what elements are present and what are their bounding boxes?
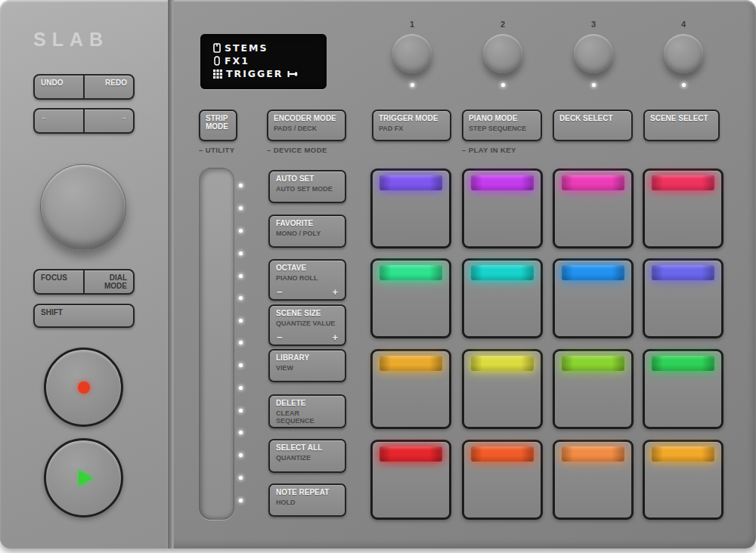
- pad-5[interactable]: [370, 258, 451, 338]
- play-button[interactable]: [44, 438, 123, 517]
- brand-logo: SLAB: [33, 29, 109, 51]
- delete-button[interactable]: DELETE CLEAR SEQUENCE: [268, 394, 346, 428]
- encoder-knob-3[interactable]: [574, 34, 613, 73]
- record-icon: [78, 382, 90, 394]
- pad-2[interactable]: [462, 168, 543, 249]
- button-title: ENCODER MODE: [274, 114, 339, 122]
- plus-label[interactable]: +: [332, 288, 338, 297]
- strip-mode-button[interactable]: STRIP MODE: [199, 110, 237, 141]
- pad-9[interactable]: [370, 349, 451, 429]
- piano-mode-button[interactable]: PIANO MODE STEP SEQUENCE: [462, 110, 542, 141]
- pad-color-strip: [471, 175, 534, 190]
- encoder-number-label: 1: [389, 20, 435, 29]
- encoder-mode-button[interactable]: ENCODER MODE PADS / DECK: [267, 110, 346, 141]
- deck-select-button[interactable]: DECK SELECT: [553, 110, 633, 141]
- pad-color-strip: [380, 265, 442, 280]
- encoder-unit-3: 3: [571, 20, 616, 87]
- encoder-unit-2: 2: [480, 20, 525, 87]
- encoder-unit-4: 4: [661, 20, 706, 87]
- pad-color-strip: [562, 446, 624, 462]
- shift-button[interactable]: SHIFT: [33, 304, 135, 328]
- button-shift-label: AUTO SET MODE: [276, 185, 339, 193]
- button-title: PIANO MODE: [469, 114, 535, 122]
- select-all-button[interactable]: SELECT ALL QUANTIZE: [268, 439, 346, 473]
- focus-button[interactable]: FOCUS: [35, 270, 83, 293]
- scene-select-button[interactable]: SCENE SELECT: [643, 110, 720, 141]
- favorite-button[interactable]: FAVORITE MONO / POLY: [268, 215, 346, 248]
- pad-color-strip: [471, 265, 534, 280]
- strip-led: [239, 252, 243, 255]
- pad-13[interactable]: [370, 440, 451, 520]
- utility-footnote-label: – UTILITY: [199, 146, 234, 154]
- pad-color-strip: [652, 175, 714, 190]
- strip-led: [239, 409, 243, 412]
- pad-color-strip: [471, 446, 534, 462]
- encoder-led-2: [501, 83, 505, 87]
- pad-4[interactable]: [643, 168, 723, 249]
- nav-right-button[interactable]: →: [83, 110, 133, 132]
- stems-icon: [213, 43, 221, 53]
- display-text-fx: FX1: [225, 55, 249, 66]
- button-title: LIBRARY: [276, 354, 339, 362]
- pad-14[interactable]: [462, 440, 543, 520]
- focus-dialmode-button-group: FOCUS DIAL MODE: [33, 269, 135, 295]
- pad-15[interactable]: [553, 440, 634, 520]
- oled-display: STEMS FX1 TRIGGER: [200, 34, 327, 89]
- encoder-knob-4[interactable]: [664, 34, 703, 73]
- encoder-number-label: 2: [480, 20, 525, 29]
- strip-led: [239, 499, 243, 502]
- pad-1[interactable]: [370, 168, 451, 249]
- encoder-knob-2[interactable]: [483, 34, 522, 73]
- pad-color-strip: [562, 265, 624, 280]
- pad-7[interactable]: [553, 258, 634, 338]
- pad-6[interactable]: [462, 258, 543, 338]
- undo-button[interactable]: UNDO: [35, 76, 83, 98]
- scene-size-button[interactable]: SCENE SIZE QUANTIZE VALUE − +: [268, 304, 346, 346]
- undo-redo-button-group: UNDO REDO: [33, 74, 135, 100]
- button-shift-label: MONO / POLY: [276, 230, 339, 237]
- button-title: DELETE: [276, 399, 339, 407]
- encoder-knob-1[interactable]: [392, 34, 432, 73]
- button-title: SELECT ALL: [276, 443, 339, 452]
- strip-led: [239, 229, 243, 233]
- touch-strip[interactable]: [199, 168, 234, 520]
- button-shift-label: QUANTIZE: [276, 454, 339, 462]
- display-line-fx: FX1: [213, 54, 327, 67]
- button-title: NOTE REPEAT: [276, 488, 339, 496]
- play-icon: [79, 470, 93, 487]
- pad-12[interactable]: [643, 349, 723, 429]
- pad-8[interactable]: [643, 258, 723, 338]
- button-shift-label: VIEW: [276, 364, 339, 372]
- pad-16[interactable]: [643, 440, 723, 520]
- display-text-stems: STEMS: [225, 42, 268, 54]
- minus-label[interactable]: −: [277, 288, 283, 297]
- nav-left-button[interactable]: ←: [35, 110, 83, 132]
- encoder-number-label: 3: [571, 20, 616, 29]
- button-title: STRIP MODE: [206, 114, 231, 131]
- browse-dial[interactable]: [40, 164, 126, 250]
- button-shift-label: CLEAR SEQUENCE: [276, 409, 339, 425]
- button-title: TRIGGER MODE: [379, 114, 445, 122]
- trigger-mode-button[interactable]: TRIGGER MODE PAD FX: [372, 110, 451, 141]
- button-title: FAVORITE: [276, 219, 339, 227]
- strip-led: [239, 341, 243, 344]
- note-repeat-button[interactable]: NOTE REPEAT HOLD: [268, 483, 346, 517]
- redo-button[interactable]: REDO: [83, 76, 133, 98]
- strip-led: [239, 431, 243, 434]
- pad-3[interactable]: [553, 168, 634, 249]
- pad-11[interactable]: [553, 349, 634, 429]
- minus-plus-row: − +: [277, 288, 338, 297]
- fx-slot-icon: [213, 56, 221, 66]
- pad-10[interactable]: [462, 349, 543, 429]
- plus-label[interactable]: +: [332, 333, 338, 342]
- octave-button[interactable]: OCTAVE PIANO ROLL − +: [268, 259, 346, 301]
- library-button[interactable]: LIBRARY VIEW: [268, 349, 346, 382]
- dial-mode-button[interactable]: DIAL MODE: [83, 270, 133, 293]
- button-shift-label: HOLD: [276, 499, 339, 506]
- auto-set-button[interactable]: AUTO SET AUTO SET MODE: [268, 170, 346, 203]
- record-button[interactable]: [44, 348, 123, 427]
- encoder-number-label: 4: [661, 20, 706, 29]
- minus-label[interactable]: −: [277, 333, 283, 342]
- encoder-unit-1: 1: [389, 20, 435, 87]
- display-line-stems: STEMS: [213, 42, 327, 54]
